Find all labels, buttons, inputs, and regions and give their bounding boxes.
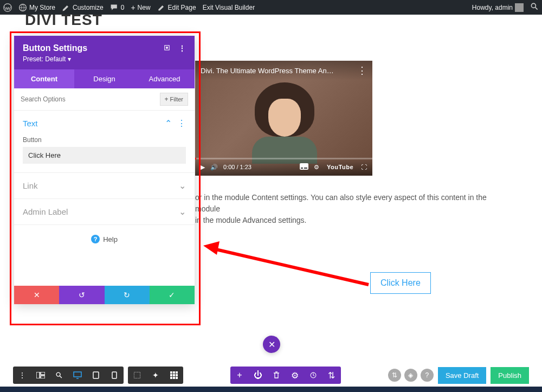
edit-page-link[interactable]: Edit Page	[157, 3, 196, 12]
wireframe-icon[interactable]	[31, 367, 50, 384]
help-group: ⇅ ◈ ?	[388, 369, 434, 382]
desktop-icon[interactable]	[68, 367, 87, 384]
search-row: + Filter	[14, 88, 195, 111]
button-text-input[interactable]	[23, 147, 186, 164]
captions-icon[interactable]	[300, 163, 308, 171]
svg-rect-11	[36, 372, 40, 378]
wp-logo[interactable]	[3, 3, 12, 12]
svg-rect-19	[112, 372, 117, 378]
svg-line-9	[211, 248, 369, 285]
close-builder-fab[interactable]: ✕	[263, 336, 280, 353]
click-here-button[interactable]: Click Here	[370, 272, 431, 294]
section-admin-label-header[interactable]: Admin Label ⌄	[14, 199, 195, 224]
svg-rect-20	[134, 372, 140, 378]
sort-icon[interactable]: ⇅	[322, 367, 341, 384]
search-options-input[interactable]	[21, 95, 160, 103]
svg-line-3	[535, 8, 538, 10]
add-icon[interactable]: +	[230, 367, 249, 384]
button-settings-panel: Button Settings ⋮ Preset: Default ▾ Cont…	[14, 36, 195, 304]
preset-selector[interactable]: Preset: Default ▾	[23, 55, 186, 63]
filter-button[interactable]: + Filter	[160, 93, 188, 106]
section-text: Text ⌃ ⋮ Button	[14, 111, 195, 173]
layers-icon[interactable]: ◈	[404, 369, 417, 382]
svg-rect-29	[176, 377, 178, 379]
comments-link[interactable]: 0	[110, 3, 125, 12]
more-icon[interactable]: ⋮	[178, 44, 186, 53]
chevron-down-icon: ▾	[68, 55, 71, 63]
svg-rect-24	[170, 374, 172, 376]
svg-rect-25	[173, 374, 175, 376]
portability-icon[interactable]: ⇅	[388, 369, 401, 382]
click-mode-icon[interactable]	[128, 367, 146, 384]
collapse-icon[interactable]: ⌃	[165, 118, 172, 128]
tablet-icon[interactable]	[87, 367, 105, 384]
svg-rect-18	[93, 372, 99, 378]
svg-rect-28	[173, 377, 175, 379]
help-link[interactable]: ? Help	[14, 225, 195, 253]
svg-rect-27	[170, 377, 172, 379]
video-controls: ▶ 🔊 0:00 / 1:23 ⚙ YouTube ⛶	[195, 158, 372, 176]
panel-footer-actions: ✕ ↺ ↻ ✓	[14, 286, 195, 304]
exit-vb-link[interactable]: Exit Visual Builder	[203, 4, 255, 11]
panel-header[interactable]: Button Settings ⋮ Preset: Default ▾	[14, 36, 195, 69]
save-draft-button[interactable]: Save Draft	[438, 367, 486, 384]
customize-link[interactable]: Customize	[62, 3, 104, 12]
svg-rect-23	[176, 371, 178, 374]
confirm-button[interactable]: ✓	[150, 286, 195, 304]
gear-icon[interactable]: ⚙	[286, 367, 304, 384]
history-icon[interactable]	[304, 367, 322, 384]
redo-button[interactable]: ↻	[105, 286, 150, 304]
publish-button[interactable]: Publish	[491, 367, 529, 384]
section-link-header[interactable]: Link ⌄	[14, 173, 195, 198]
section-link: Link ⌄	[14, 173, 195, 199]
video-preview-image	[222, 77, 331, 164]
search-icon[interactable]	[530, 2, 539, 12]
discard-button[interactable]: ✕	[14, 286, 59, 304]
center-actions: + ⏻ ⚙ ⇅	[230, 367, 341, 384]
undo-button[interactable]: ↺	[59, 286, 104, 304]
volume-icon[interactable]: 🔊	[210, 164, 218, 171]
site-link[interactable]: My Store	[18, 3, 55, 12]
svg-rect-13	[41, 376, 45, 378]
page-title: DIVI TEST	[0, 11, 542, 29]
expand-icon[interactable]	[163, 44, 171, 53]
new-link[interactable]: + New	[131, 3, 150, 12]
settings-icon[interactable]: ⚙	[314, 164, 319, 171]
annotation-arrow	[201, 239, 374, 293]
svg-line-15	[60, 376, 62, 378]
svg-point-14	[56, 372, 60, 376]
zoom-icon[interactable]	[50, 367, 68, 384]
menu-icon[interactable]: ⋮	[13, 367, 31, 384]
builder-toolbar: ⋮ ✦ + ⏻ ⚙	[0, 364, 542, 387]
help-round-icon[interactable]: ?	[421, 369, 434, 382]
hover-mode-icon[interactable]: ✦	[146, 367, 165, 384]
svg-rect-7	[301, 168, 303, 169]
svg-rect-8	[304, 168, 307, 169]
chevron-down-icon: ⌄	[179, 181, 186, 191]
fullscreen-icon[interactable]: ⛶	[361, 164, 367, 170]
svg-rect-6	[300, 163, 308, 170]
grid-mode-icon[interactable]	[165, 367, 183, 384]
power-icon[interactable]: ⏻	[249, 367, 267, 384]
tab-advanced[interactable]: Advanced	[134, 69, 195, 88]
body-text: or in the module Content settings. You c…	[195, 192, 499, 226]
avatar	[515, 3, 524, 12]
howdy-link[interactable]: Howdy, admin	[472, 3, 524, 12]
tab-design[interactable]: Design	[74, 69, 134, 88]
site-name: My Store	[29, 4, 55, 11]
trash-icon[interactable]	[267, 367, 286, 384]
help-icon: ?	[91, 235, 100, 243]
section-more-icon[interactable]: ⋮	[177, 118, 186, 128]
play-icon[interactable]: ▶	[201, 164, 205, 171]
tab-content[interactable]: Content	[14, 69, 74, 88]
section-text-header[interactable]: Text ⌃ ⋮	[14, 111, 195, 136]
phone-icon[interactable]	[105, 367, 124, 384]
youtube-video[interactable]: Divi. The Ultimate WordPress Theme An… ⋮…	[195, 61, 372, 176]
svg-point-5	[166, 47, 168, 48]
video-time: 0:00 / 1:23	[223, 164, 251, 170]
svg-rect-22	[173, 371, 175, 374]
svg-rect-21	[170, 371, 172, 374]
youtube-badge[interactable]: YouTube	[325, 163, 356, 171]
svg-rect-16	[74, 372, 81, 377]
video-more-icon[interactable]: ⋮	[357, 65, 367, 76]
